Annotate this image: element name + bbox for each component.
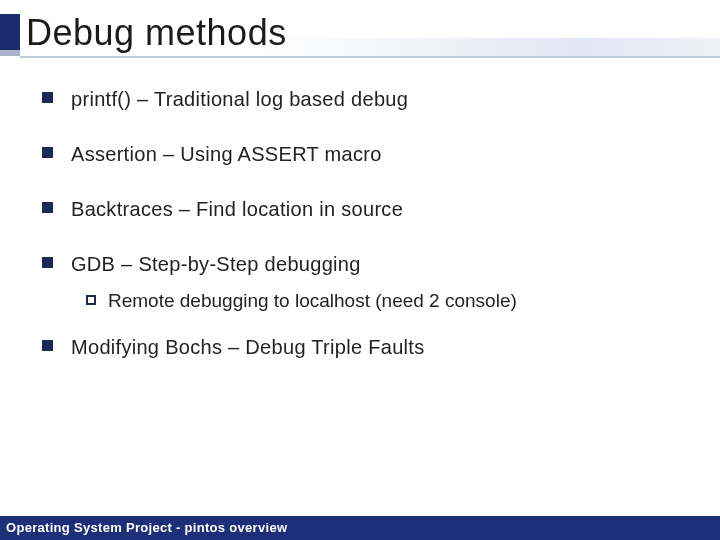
list-item: printf() – Traditional log based debug — [42, 86, 690, 113]
list-item: Backtraces – Find location in source — [42, 196, 690, 223]
list-item-text: Modifying Bochs – Debug Triple Faults — [71, 334, 690, 361]
title-underline — [20, 56, 720, 58]
footer-bar: Operating System Project - pintos overvi… — [0, 516, 720, 540]
slide-title: Debug methods — [26, 12, 287, 54]
title-bar: Debug methods — [0, 0, 720, 64]
list-item: Assertion – Using ASSERT macro — [42, 141, 690, 168]
title-accent-box — [0, 14, 20, 50]
title-accent-box-lower — [0, 50, 20, 56]
list-item-text: Backtraces – Find location in source — [71, 196, 690, 223]
list-item-text: Assertion – Using ASSERT macro — [71, 141, 690, 168]
content-area: printf() – Traditional log based debug A… — [42, 86, 690, 389]
square-bullet-icon — [42, 257, 53, 268]
sub-list-item-text: Remote debugging to localhost (need 2 co… — [108, 290, 517, 312]
list-item-text: printf() – Traditional log based debug — [71, 86, 690, 113]
square-bullet-icon — [42, 147, 53, 158]
footer-text: Operating System Project - pintos overvi… — [0, 516, 720, 540]
title-shade — [260, 38, 720, 56]
list-item-text: GDB – Step-by-Step debugging — [71, 251, 690, 278]
square-bullet-icon — [42, 202, 53, 213]
square-open-bullet-icon — [86, 295, 96, 305]
list-item: Modifying Bochs – Debug Triple Faults — [42, 334, 690, 361]
sub-list-item: Remote debugging to localhost (need 2 co… — [86, 290, 690, 312]
square-bullet-icon — [42, 92, 53, 103]
square-bullet-icon — [42, 340, 53, 351]
list-item: GDB – Step-by-Step debugging — [42, 251, 690, 278]
